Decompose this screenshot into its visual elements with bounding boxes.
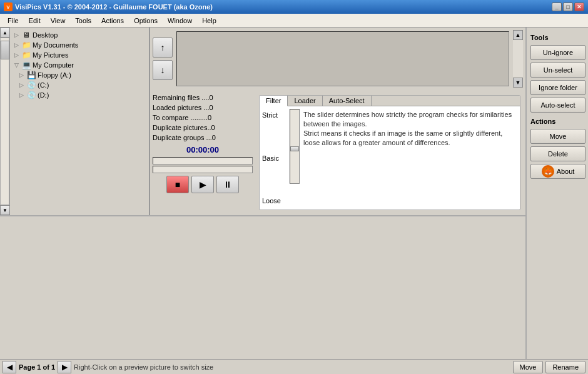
auto-select-button[interactable]: Auto-select bbox=[530, 98, 585, 113]
arrow-up-button[interactable]: ↑ bbox=[153, 38, 173, 58]
preview-scroll-track bbox=[513, 40, 523, 78]
cdrive-icon bbox=[26, 81, 36, 89]
tree-label-mypics: My Pictures bbox=[33, 51, 68, 59]
mydocs-icon bbox=[21, 41, 31, 49]
menu-actions[interactable]: Actions bbox=[96, 16, 129, 26]
pause-button[interactable]: ⏸ bbox=[216, 176, 239, 193]
main-content: ▲ ▼ ▷ Desktop ▷ bbox=[0, 28, 588, 359]
expand-mypics[interactable]: ▷ bbox=[13, 51, 20, 59]
delete-button[interactable]: Delete bbox=[530, 146, 585, 161]
desktop-icon bbox=[21, 31, 31, 39]
tree-item-mycomputer[interactable]: ▽ My Computer bbox=[10, 60, 149, 70]
status-hint: Right-Click on a preview picture to swit… bbox=[74, 363, 510, 371]
filter-tabs: Filter Loader Auto-Select bbox=[260, 96, 520, 106]
filter-content: Strict Basic Loose The slider determines… bbox=[260, 106, 520, 210]
menu-tools[interactable]: Tools bbox=[70, 16, 96, 26]
floppy-icon bbox=[26, 71, 36, 79]
tab-autoselect[interactable]: Auto-Select bbox=[323, 96, 372, 106]
mycomputer-icon bbox=[21, 61, 31, 69]
mypics-icon bbox=[21, 51, 31, 59]
progress-bar-2 bbox=[153, 166, 253, 173]
menu-bar: File Edit View Tools Actions Options Win… bbox=[0, 14, 588, 28]
image-preview bbox=[176, 31, 509, 86]
timer-display: 00:00:00 bbox=[153, 145, 253, 154]
play-button[interactable]: ▶ bbox=[191, 176, 214, 193]
preview-scroll-up[interactable]: ▲ bbox=[513, 30, 523, 40]
tools-section-label: Tools bbox=[530, 34, 584, 41]
top-row: ▲ ▼ ▷ Desktop ▷ bbox=[0, 28, 525, 215]
preview-scroll-down[interactable]: ▼ bbox=[513, 78, 523, 88]
actions-section-label: Actions bbox=[530, 118, 584, 125]
tree-item-ddrive[interactable]: ▷ (D:) bbox=[10, 90, 149, 100]
filter-description: The slider determines how strictly the p… bbox=[302, 109, 517, 207]
tree-item-desktop[interactable]: ▷ Desktop bbox=[10, 30, 149, 40]
stats-panel: Remaining files ....0 Loaded pictures ..… bbox=[153, 93, 253, 213]
nav-prev-button[interactable]: ◀ bbox=[3, 361, 16, 373]
tree-label-ddrive: (D:) bbox=[38, 91, 49, 99]
statusbar-move-button[interactable]: Move bbox=[513, 361, 544, 373]
window-title: VisiPics V1.31 - © 2004-2012 - Guillaume… bbox=[15, 3, 552, 11]
tree-scroll-up[interactable]: ▲ bbox=[0, 28, 10, 38]
menu-options[interactable]: Options bbox=[129, 16, 163, 26]
menu-view[interactable]: View bbox=[46, 16, 71, 26]
menu-help[interactable]: Help bbox=[197, 16, 221, 26]
tree-label-floppy: Floppy (A:) bbox=[38, 71, 71, 79]
bottom-preview-section bbox=[0, 215, 525, 359]
stat-groups: Duplicate groups ...0 bbox=[153, 133, 253, 143]
expand-floppy[interactable]: ▷ bbox=[18, 71, 25, 79]
tree-scroll-down[interactable]: ▼ bbox=[0, 205, 10, 215]
about-label: About bbox=[557, 168, 575, 175]
folder-tree: ▷ Desktop ▷ My Documents ▷ My Pictu bbox=[10, 28, 149, 215]
about-button[interactable]: 🦊 About bbox=[530, 164, 585, 179]
play-icon: ▶ bbox=[200, 179, 206, 190]
maximize-button[interactable]: □ bbox=[563, 3, 573, 11]
tab-loader[interactable]: Loader bbox=[288, 96, 322, 106]
preview-scrollbar: ▲ ▼ bbox=[513, 30, 523, 88]
arrow-down-button[interactable]: ↓ bbox=[153, 60, 173, 80]
minimize-button[interactable]: _ bbox=[552, 3, 562, 11]
filter-panel: Filter Loader Auto-Select Strict Basic L… bbox=[259, 95, 520, 210]
tab-filter[interactable]: Filter bbox=[260, 96, 288, 106]
close-button[interactable]: ✕ bbox=[574, 3, 584, 11]
tree-item-mydocs[interactable]: ▷ My Documents bbox=[10, 40, 149, 50]
unignore-button[interactable]: Un-ignore bbox=[530, 45, 585, 60]
expand-cdrive[interactable]: ▷ bbox=[18, 81, 25, 89]
tree-label-mydocs: My Documents bbox=[33, 41, 78, 49]
arrow-buttons: ↑ ↓ bbox=[153, 30, 173, 88]
stat-remaining: Remaining files ....0 bbox=[153, 93, 253, 103]
tree-item-mypics[interactable]: ▷ My Pictures bbox=[10, 50, 149, 60]
menu-window[interactable]: Window bbox=[163, 16, 197, 26]
tree-label-cdrive: (C:) bbox=[38, 81, 49, 89]
stat-duplicates: Duplicate pictures..0 bbox=[153, 123, 253, 133]
stat-loaded: Loaded pictures ...0 bbox=[153, 103, 253, 113]
window-controls: _ □ ✕ bbox=[552, 3, 584, 11]
expand-desktop[interactable]: ▷ bbox=[13, 31, 20, 39]
control-buttons: ■ ▶ ⏸ bbox=[153, 176, 253, 193]
statusbar-rename-button[interactable]: Rename bbox=[545, 361, 585, 373]
progress-bar-1 bbox=[153, 157, 253, 164]
tree-label-desktop: Desktop bbox=[33, 31, 58, 39]
left-section: ▲ ▼ ▷ Desktop ▷ bbox=[0, 28, 525, 359]
unselect-button[interactable]: Un-select bbox=[530, 63, 585, 78]
nav-next-button[interactable]: ▶ bbox=[58, 361, 71, 373]
expand-ddrive[interactable]: ▷ bbox=[18, 91, 25, 99]
expand-mydocs[interactable]: ▷ bbox=[13, 41, 20, 49]
tree-item-floppy[interactable]: ▷ Floppy (A:) bbox=[10, 70, 149, 80]
pause-icon: ⏸ bbox=[223, 179, 232, 190]
tree-label-mycomputer: My Computer bbox=[33, 61, 74, 69]
stop-button[interactable]: ■ bbox=[166, 176, 189, 193]
title-bar: V VisiPics V1.31 - © 2004-2012 - Guillau… bbox=[0, 0, 588, 14]
stat-to-compare: To compare .........0 bbox=[153, 113, 253, 123]
tree-item-cdrive[interactable]: ▷ (C:) bbox=[10, 80, 149, 90]
expand-mycomputer[interactable]: ▽ bbox=[13, 61, 20, 69]
slider-thumb[interactable] bbox=[290, 146, 299, 151]
status-bar: ◀ Page 1 of 1 ▶ Right-Click on a preview… bbox=[0, 359, 588, 374]
similarity-slider[interactable] bbox=[290, 109, 300, 184]
menu-file[interactable]: File bbox=[3, 16, 24, 26]
slider-label-basic: Basic bbox=[262, 154, 287, 162]
move-button[interactable]: Move bbox=[530, 129, 585, 144]
ignore-folder-button[interactable]: Ignore folder bbox=[530, 80, 585, 95]
page-label: Page 1 of 1 bbox=[19, 363, 55, 371]
folder-tree-panel: ▲ ▼ ▷ Desktop ▷ bbox=[0, 28, 150, 215]
menu-edit[interactable]: Edit bbox=[24, 16, 46, 26]
